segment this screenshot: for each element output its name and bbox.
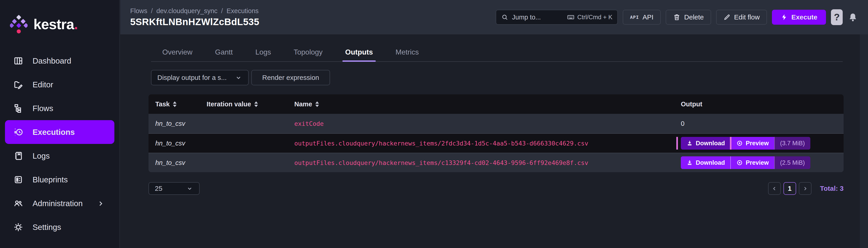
display-output-select[interactable]: Display output for a s... [151, 70, 249, 85]
breadcrumb-separator: / [221, 7, 223, 15]
download-button[interactable]: Download [681, 137, 730, 149]
tab-logs[interactable]: Logs [255, 43, 271, 62]
outputs-toolbar: Display output for a s... Render express… [151, 70, 868, 85]
task-cell: hn_to_csv [149, 140, 200, 147]
sidebar-item-editor[interactable]: Editor [0, 73, 119, 97]
sort-icon[interactable] [254, 101, 258, 107]
scrollbar-track[interactable] [860, 34, 868, 248]
sidebar: kestra. Dashboard Editor Flows [0, 0, 120, 248]
output-name-link[interactable]: outputFiles.cloudquery/hackernews_items/… [287, 140, 674, 147]
chevron-right-icon [97, 199, 104, 207]
jump-to-search[interactable]: Ctrl/Cmd + K [496, 10, 618, 25]
file-size-badge: (2.5 MiB) [774, 156, 810, 169]
logo-dot: . [74, 16, 78, 32]
breadcrumb-namespace[interactable]: dev.cloudquery_sync [156, 7, 217, 15]
page-heading: Flows / dev.cloudquery_sync / Executions… [130, 7, 259, 27]
column-header-task[interactable]: Task [149, 101, 200, 108]
total-count-label: Total: 3 [820, 185, 844, 192]
sidebar-item-flows[interactable]: Flows [0, 97, 119, 120]
topbar: Flows / dev.cloudquery_sync / Executions… [120, 0, 868, 34]
tab-overview[interactable]: Overview [162, 43, 192, 62]
table-row: hn_to_csv outputFiles.cloudquery/hackern… [149, 153, 844, 172]
output-value: 0 [674, 120, 844, 128]
file-actions: Download Preview (3.7 MiB) [681, 137, 844, 149]
logo-wordmark: kestra. [33, 16, 78, 32]
download-icon [686, 159, 693, 166]
column-header-output: Output [674, 101, 844, 108]
api-button[interactable]: API API [623, 10, 660, 25]
search-icon [501, 13, 508, 21]
previous-page-button[interactable] [768, 182, 781, 195]
question-mark-icon: ? [834, 12, 840, 23]
tab-gantt[interactable]: Gantt [215, 43, 232, 62]
tab-topology[interactable]: Topology [293, 43, 322, 62]
sort-icon[interactable] [315, 101, 319, 107]
notifications-bell-icon[interactable] [848, 12, 858, 22]
breadcrumb-executions[interactable]: Executions [226, 7, 258, 15]
table-header-row: Task Iteration value Name Output [149, 94, 844, 114]
breadcrumb-flows[interactable]: Flows [130, 7, 147, 15]
blueprints-icon [13, 174, 24, 185]
output-name-link[interactable]: exitCode [287, 120, 674, 127]
download-icon [686, 140, 693, 147]
outputs-table: Task Iteration value Name Output [149, 94, 844, 172]
tab-outputs[interactable]: Outputs [345, 43, 373, 62]
kestra-logo[interactable]: kestra. [0, 0, 119, 34]
breadcrumb: Flows / dev.cloudquery_sync / Executions [130, 7, 259, 15]
pagination: 25 1 Total: 3 [149, 182, 844, 195]
execute-button[interactable]: Execute [772, 10, 826, 25]
sidebar-menu: Dashboard Editor Flows Executions [0, 49, 119, 239]
table-body: hn_to_csv exitCode 0 hn_to_csv outputFil… [149, 114, 844, 172]
flows-icon [13, 103, 24, 114]
table-row: hn_to_csv exitCode 0 [149, 114, 844, 133]
settings-icon [13, 222, 24, 232]
current-page-button[interactable]: 1 [783, 182, 796, 195]
lightning-icon [780, 13, 788, 21]
topbar-actions: Ctrl/Cmd + K API API Delete Edit flow [496, 9, 858, 25]
edit-flow-button[interactable]: Edit flow [716, 10, 767, 25]
execution-tabs: Overview Gantt Logs Topology Outputs Met… [120, 34, 868, 62]
column-header-name[interactable]: Name [287, 101, 674, 108]
editor-icon [13, 79, 24, 90]
sidebar-item-label: Blueprints [33, 175, 68, 184]
preview-icon [736, 140, 743, 147]
task-cell: hn_to_csv [149, 120, 200, 128]
chevron-down-icon [186, 185, 193, 192]
sidebar-item-logs[interactable]: Logs [0, 144, 119, 168]
sidebar-item-settings[interactable]: Settings [0, 215, 119, 239]
render-expression-button[interactable]: Render expression [251, 70, 330, 85]
api-icon: API [630, 15, 639, 20]
trash-icon [673, 13, 681, 21]
sidebar-item-label: Logs [33, 151, 50, 160]
keyboard-icon [567, 13, 575, 21]
search-input[interactable] [512, 13, 557, 21]
sidebar-item-executions[interactable]: Executions [5, 120, 114, 144]
sidebar-item-label: Settings [33, 223, 61, 232]
file-size-badge: (3.7 MiB) [774, 137, 810, 149]
sidebar-item-dashboard[interactable]: Dashboard [0, 49, 119, 73]
dashboard-icon [13, 56, 24, 66]
sidebar-item-blueprints[interactable]: Blueprints [0, 168, 119, 191]
main-content: Flows / dev.cloudquery_sync / Executions… [120, 0, 868, 248]
output-name-link[interactable]: outputFiles.cloudquery/hackernews_items/… [287, 159, 674, 166]
file-actions: Download Preview (2.5 MiB) [681, 156, 844, 169]
preview-button[interactable]: Preview [730, 156, 774, 169]
tab-metrics[interactable]: Metrics [396, 43, 419, 62]
chevron-left-icon [772, 186, 777, 191]
next-page-button[interactable] [799, 182, 811, 195]
help-button[interactable]: ? [831, 9, 843, 25]
sort-icon[interactable] [173, 101, 177, 107]
sidebar-item-label: Dashboard [33, 56, 71, 65]
pencil-icon [723, 13, 731, 21]
sidebar-item-label: Administration [33, 199, 83, 208]
page-size-select[interactable]: 25 [149, 182, 199, 195]
kestra-logo-icon [10, 15, 28, 34]
executions-icon [13, 127, 24, 137]
kestra-app: kestra. Dashboard Editor Flows [0, 0, 868, 248]
sidebar-item-administration[interactable]: Administration [0, 191, 119, 215]
delete-button[interactable]: Delete [666, 10, 711, 25]
column-header-iteration-value[interactable]: Iteration value [200, 101, 287, 108]
download-button[interactable]: Download [681, 156, 730, 169]
page-title: 5SRKftLNBnHZWlZcBdL535 [130, 17, 259, 27]
preview-button[interactable]: Preview [730, 137, 774, 149]
